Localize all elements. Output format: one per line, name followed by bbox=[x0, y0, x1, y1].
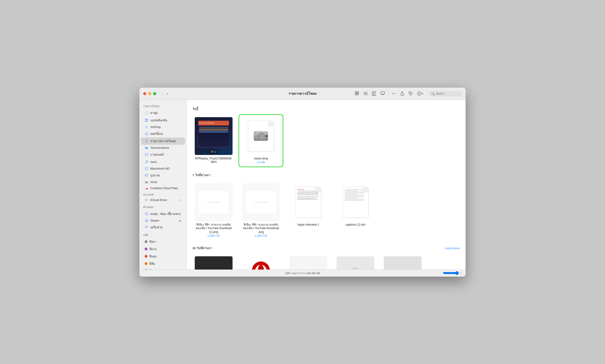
tag-label: สีม่วง bbox=[149, 247, 157, 252]
month-section-header: 30 วันที่ผ่านมา bbox=[192, 246, 212, 251]
svg-point-32 bbox=[145, 154, 146, 154]
month-blank-5 bbox=[384, 256, 421, 269]
sidebar-item-music[interactable]: เพลง bbox=[141, 158, 185, 166]
view-grid-button[interactable] bbox=[354, 91, 361, 97]
sidebar-item-icloud-drive[interactable]: iCloud Drive ⚠ bbox=[141, 197, 185, 203]
month-section-row: 30 วันที่ผ่านมา แสดงน้อยลง bbox=[192, 246, 460, 251]
file-item-png1[interactable]: สีเขียว สีฟ้า สวยงาม ปกคลิป ท่องเที่ยว Y… bbox=[192, 182, 235, 239]
zoom-slider[interactable] bbox=[443, 271, 462, 275]
doc-line bbox=[344, 200, 364, 201]
search-input[interactable] bbox=[436, 92, 460, 95]
dmg-thumbnail bbox=[242, 117, 280, 155]
tag-purple-dot bbox=[145, 247, 147, 250]
file-item-month-2[interactable] bbox=[240, 254, 282, 269]
sidebar-item-steam[interactable]: Steam ⏏ bbox=[141, 218, 185, 224]
show-more-link[interactable]: แสดงน้อยลง bbox=[445, 246, 460, 250]
nav-buttons: ‹ › bbox=[160, 91, 170, 97]
sidebar-item-recents[interactable]: 🕐 ล่าสุด bbox=[141, 109, 185, 117]
video-thumbnail: LDG - Photo & Video Editor bbox=[195, 117, 233, 155]
tag-grey-dot bbox=[145, 240, 147, 243]
svg-rect-25 bbox=[147, 121, 148, 122]
file-item-png2[interactable]: สีเขียว สีฟ้า สวยงาม ปกคลิป ท่องเที่ยว Y… bbox=[240, 182, 282, 239]
png1-mock bbox=[195, 183, 233, 221]
action-icon bbox=[392, 91, 396, 96]
file-item-month-1[interactable] bbox=[192, 254, 235, 269]
sidebar-item-tag-red[interactable]: สีแดง bbox=[141, 253, 185, 260]
file-name: Apple Interview 2 bbox=[297, 223, 319, 227]
back-button[interactable]: ‹ bbox=[160, 91, 164, 97]
icloud-warning-icon: ⚠ bbox=[178, 198, 181, 202]
svg-point-37 bbox=[147, 155, 148, 156]
view-list-button[interactable] bbox=[362, 91, 369, 97]
sidebar-item-network[interactable]: เครือข่าย bbox=[141, 224, 185, 231]
file-item-month-4[interactable] bbox=[334, 254, 377, 269]
sidebar-item-macintosh[interactable]: Macintosh HD bbox=[141, 166, 185, 172]
tag-button[interactable] bbox=[407, 91, 414, 97]
eject-icon[interactable]: ⏏ bbox=[179, 219, 181, 222]
view-columns-button[interactable] bbox=[370, 91, 378, 97]
file-item-video[interactable]: LDG - Photo & Video Editor bbox=[192, 115, 235, 166]
file-item-captions[interactable]: captions (1).sbv bbox=[334, 182, 377, 239]
folder-icon bbox=[145, 146, 148, 150]
svg-rect-40 bbox=[145, 167, 148, 170]
action-menu-button[interactable] bbox=[390, 91, 397, 97]
svg-point-35 bbox=[147, 154, 148, 154]
sidebar-item-tag-orange[interactable]: สีส้ม bbox=[141, 260, 185, 267]
doc-line bbox=[344, 198, 357, 198]
sidebar-item-label: AirDrop bbox=[150, 125, 161, 129]
month-thumb-1 bbox=[195, 256, 233, 269]
sidebar-item-tag-grey[interactable]: สีเทา bbox=[141, 238, 185, 246]
close-button[interactable] bbox=[143, 92, 146, 95]
file-item-month-3[interactable] bbox=[287, 254, 329, 269]
sidebar-item-label: เพลง bbox=[150, 159, 157, 164]
sidebar-item-airdrop[interactable]: AirDrop bbox=[141, 124, 185, 130]
doc-line bbox=[344, 193, 364, 194]
emoji-button[interactable] bbox=[416, 91, 425, 97]
icloud-chevron: › bbox=[182, 193, 183, 196]
file-item-month-5[interactable] bbox=[381, 254, 424, 269]
doc-line bbox=[344, 192, 364, 192]
dmg-icon bbox=[242, 117, 280, 155]
interview-paper: สัมภาษณ์ Apple Lorem ipsum dolor sit ame… bbox=[295, 187, 321, 218]
sidebar-item-label: รูปภาพ bbox=[150, 173, 160, 178]
svg-rect-2 bbox=[355, 93, 357, 95]
video-duration: 00:12 bbox=[209, 150, 218, 154]
week-files-grid: สีเขียว สีฟ้า สวยงาม ปกคลิป ท่องเที่ยว Y… bbox=[192, 182, 460, 239]
sidebar-item-photos[interactable]: รูปภาพ bbox=[141, 172, 185, 179]
sidebar-item-movies[interactable]: ภาพยนตร์ bbox=[141, 151, 185, 158]
chevron-down-icon bbox=[421, 92, 424, 95]
view-gallery-button[interactable] bbox=[379, 91, 386, 97]
sidebar-item-downloads[interactable]: รายการดาวน์โหลด bbox=[141, 137, 185, 145]
png1-thumbnail bbox=[195, 183, 233, 221]
tag-label: สีส้ม bbox=[149, 261, 155, 266]
file-item-steam-dmg[interactable]: steam.dmg 3.4 MB bbox=[240, 115, 282, 166]
svg-point-36 bbox=[147, 154, 148, 155]
sidebar-item-label: iCloud Drive bbox=[150, 198, 167, 202]
sidebar-item-imod[interactable]: imod bbox=[141, 179, 185, 185]
sidebar-item-yourmin[interactable]: Yourmin3ours bbox=[141, 145, 185, 151]
tag-orange-dot bbox=[145, 262, 147, 265]
svg-point-39 bbox=[147, 162, 148, 163]
recents-icon: 🕐 bbox=[145, 111, 148, 115]
minimize-button[interactable] bbox=[148, 92, 151, 95]
sidebar-item-creative-cloud[interactable]: ☁ Creative Cloud Files bbox=[141, 185, 185, 191]
sidebar-item-desktop[interactable]: เดสก์ท็อป bbox=[141, 130, 185, 137]
tag-label: สีแดง bbox=[149, 254, 157, 259]
sidebar-item-mac[interactable]: evefy - Mac เซี้ยวแทงๆ bbox=[141, 210, 185, 218]
finder-window: ‹ › รายการดาวน์โหลด bbox=[139, 88, 466, 277]
sidebar-item-apps[interactable]: แอปพลิเคชัน bbox=[141, 117, 185, 124]
share-button[interactable] bbox=[399, 91, 406, 97]
month-blank-4 bbox=[337, 256, 374, 269]
sidebar-item-tag-gray2[interactable]: Gray bbox=[141, 267, 185, 270]
file-name: RPReplay_Final1703660696.MP4 bbox=[195, 157, 233, 164]
zoom-button[interactable] bbox=[153, 92, 156, 95]
sidebar-item-label: รายการดาวน์โหลด bbox=[150, 139, 176, 144]
search-box: 🔍 bbox=[429, 91, 462, 96]
sidebar-item-tag-purple[interactable]: สีม่วง bbox=[141, 246, 185, 253]
video-mock: LDG - Photo & Video Editor bbox=[195, 117, 233, 155]
window-title: รายการดาวน์โหลด bbox=[289, 91, 316, 96]
file-name: steam.dmg bbox=[254, 157, 268, 161]
forward-button[interactable]: › bbox=[165, 91, 170, 97]
doc-line bbox=[344, 195, 364, 196]
file-item-interview[interactable]: สัมภาษณ์ Apple Lorem ipsum dolor sit ame… bbox=[287, 182, 329, 239]
